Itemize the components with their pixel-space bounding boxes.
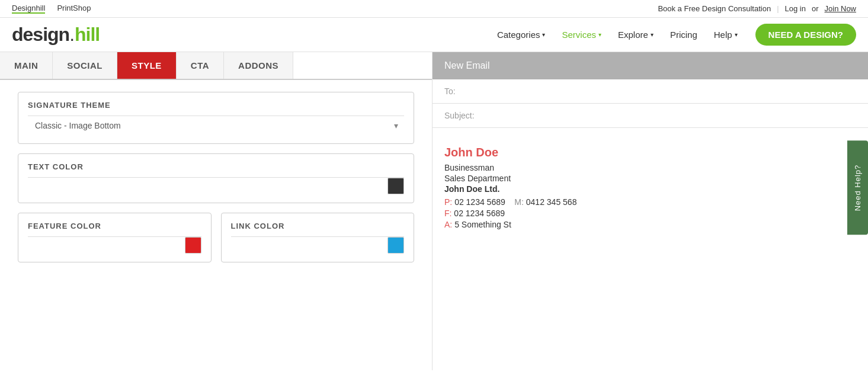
nav-explore[interactable]: Explore ▾ <box>612 26 659 43</box>
tab-social[interactable]: SOCIAL <box>53 52 117 79</box>
signature-theme-label: SIGNATURE THEME <box>28 101 404 110</box>
link-color-label: LINK COLOR <box>231 222 405 230</box>
text-color-swatch[interactable] <box>387 178 404 194</box>
chevron-down-icon: ▾ <box>598 31 601 38</box>
left-panel: MAIN SOCIAL STYLE CTA ADDONS SIGNATURE T… <box>0 52 433 370</box>
signature-theme-select[interactable]: Classic - Image Bottom Classic - Image T… <box>28 116 404 135</box>
feature-color-input[interactable]: DD2022 <box>28 241 180 250</box>
divider: | <box>777 4 779 13</box>
nav-help[interactable]: Help ▾ <box>708 26 744 43</box>
sig-title: Businessman <box>444 163 856 172</box>
feature-color-section: FEATURE COLOR DD2022 <box>18 213 212 262</box>
topbar-designhill-link[interactable]: Designhill <box>12 4 45 14</box>
need-help-button[interactable]: Need Help? <box>847 140 868 235</box>
top-bar-left: Designhill PrintShop <box>12 4 91 14</box>
logo-design: design <box>12 24 69 46</box>
feature-color-swatch[interactable] <box>185 237 201 254</box>
tab-main[interactable]: MAIN <box>0 52 53 79</box>
sig-dept: Sales Department <box>444 174 856 183</box>
or-text: or <box>812 4 819 13</box>
sig-name: John Doe <box>444 146 856 159</box>
feature-color-label: FEATURE COLOR <box>28 222 201 230</box>
main-nav: design.hill Categories ▾ Services ▾ Expl… <box>0 18 868 52</box>
chevron-down-icon: ▾ <box>651 31 654 38</box>
nav-items: Categories ▾ Services ▾ Explore ▾ Pricin… <box>491 26 744 43</box>
text-color-input[interactable]: 333333 <box>28 181 383 191</box>
tab-cta[interactable]: CTA <box>177 52 224 79</box>
sig-phone: P: 02 1234 5689 M: 0412 345 568 <box>444 197 856 207</box>
tab-style[interactable]: STYLE <box>117 52 177 79</box>
tabs: MAIN SOCIAL STYLE CTA ADDONS <box>0 52 432 80</box>
tab-addons[interactable]: ADDONS <box>224 52 293 79</box>
join-link[interactable]: Join Now <box>825 4 856 13</box>
logo-dot: . <box>69 24 75 46</box>
sig-address-label: A: <box>444 220 452 229</box>
link-color-input[interactable]: 1DA1DB <box>231 241 383 250</box>
topbar-printshop-link[interactable]: PrintShop <box>57 4 91 14</box>
feature-color-row: DD2022 <box>28 237 201 254</box>
style-panel: SIGNATURE THEME Classic - Image Bottom C… <box>0 80 432 274</box>
chevron-down-icon: ▾ <box>735 31 738 38</box>
login-link[interactable]: Log in <box>785 4 806 13</box>
text-color-label: TEXT COLOR <box>28 162 404 171</box>
signature-theme-section: SIGNATURE THEME Classic - Image Bottom C… <box>18 92 414 144</box>
consultation-link[interactable]: Book a Free Design Consultation <box>658 4 771 13</box>
top-bar: Designhill PrintShop Book a Free Design … <box>0 0 868 18</box>
email-preview: New Email To: Subject: John Doe Business… <box>433 52 868 370</box>
need-help-container: Need Help? <box>847 140 868 235</box>
link-color-row: 1DA1DB <box>231 237 405 254</box>
logo[interactable]: design.hill <box>12 24 100 46</box>
sig-phone-label: P: <box>444 197 452 207</box>
email-to-field: To: <box>433 79 868 104</box>
right-panel: New Email To: Subject: John Doe Business… <box>433 52 868 370</box>
email-subject-field: Subject: <box>433 104 868 128</box>
sig-mobile-label: M: <box>514 197 524 207</box>
sig-address: A: 5 Something St <box>444 220 856 229</box>
email-body: John Doe Businessman Sales Department Jo… <box>433 128 868 370</box>
need-design-button[interactable]: NEED A DESIGN? <box>755 24 856 46</box>
logo-hill: hill <box>75 24 100 46</box>
text-color-section: TEXT COLOR 333333 <box>18 153 414 203</box>
sig-fax: F: 02 1234 5689 <box>444 209 856 218</box>
color-row: FEATURE COLOR DD2022 LINK COLOR 1DA1DB <box>18 213 414 262</box>
link-color-section: LINK COLOR 1DA1DB <box>221 213 415 262</box>
chevron-down-icon: ▾ <box>542 31 545 38</box>
content-area: MAIN SOCIAL STYLE CTA ADDONS SIGNATURE T… <box>0 52 868 370</box>
link-color-swatch[interactable] <box>387 237 404 254</box>
nav-categories[interactable]: Categories ▾ <box>491 26 552 43</box>
text-color-row: 333333 <box>28 178 404 194</box>
email-header: New Email <box>433 52 868 79</box>
sig-fax-label: F: <box>444 209 451 218</box>
top-bar-right: Book a Free Design Consultation | Log in… <box>658 4 856 13</box>
nav-pricing[interactable]: Pricing <box>664 26 703 43</box>
signature-theme-select-wrapper[interactable]: Classic - Image Bottom Classic - Image T… <box>28 116 404 135</box>
nav-services[interactable]: Services ▾ <box>556 26 607 43</box>
sig-company: John Doe Ltd. <box>444 184 856 194</box>
